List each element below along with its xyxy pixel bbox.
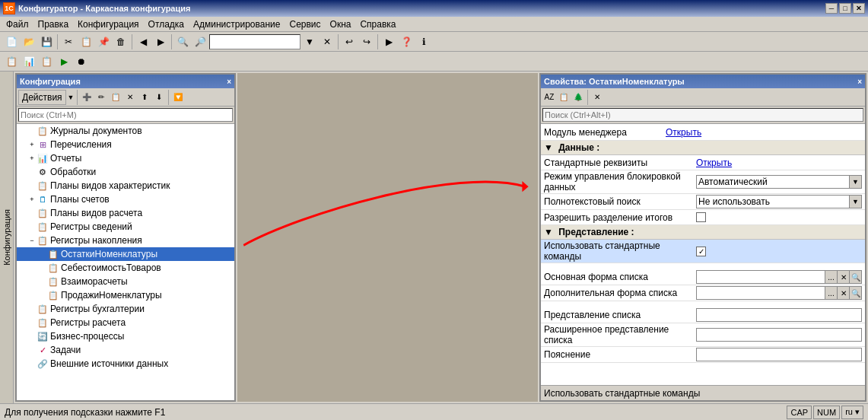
tree-item-planschetov[interactable]: + 🗒 Планы счетов — [17, 192, 234, 206]
tb-save[interactable]: 💾 — [38, 33, 55, 50]
props-search-input[interactable] — [542, 108, 863, 122]
tb-help[interactable]: ❓ — [398, 33, 415, 50]
cp-add[interactable]: ➕ — [80, 91, 94, 104]
tree-item-reports[interactable]: + 📊 Отчеты — [17, 151, 234, 165]
tb2-btn3[interactable]: 📋 — [38, 53, 55, 70]
tree-item-ostatkinom[interactable]: 📋 ОстаткиНоменклатуры — [17, 247, 234, 261]
tb-paste[interactable]: 📌 — [95, 33, 112, 50]
menu-debug[interactable]: Отладка — [144, 18, 189, 31]
config-search-input[interactable] — [18, 108, 233, 122]
tree-item-biznes[interactable]: 🔄 Бизнес-процессы — [17, 329, 234, 343]
close-button[interactable]: ✕ — [853, 3, 865, 14]
module-manager-link[interactable]: Открыть — [666, 127, 701, 138]
minimize-button[interactable]: ─ — [825, 3, 838, 14]
section-rep-arrow[interactable]: ▼ — [544, 227, 553, 237]
btn-main-form-dots[interactable]: ... — [825, 271, 837, 283]
cp-edit[interactable]: ✏ — [94, 91, 108, 104]
tb-info[interactable]: ℹ — [415, 33, 432, 50]
tb-new[interactable]: 📄 — [3, 33, 20, 50]
value-standard-req[interactable]: Открыть — [696, 158, 732, 168]
expand-regnakop[interactable]: − — [27, 236, 37, 245]
cp-delete[interactable]: ✕ — [123, 91, 137, 104]
tree-item-regsved[interactable]: 📋 Регистры сведений — [17, 220, 234, 234]
expand-external[interactable] — [27, 359, 37, 368]
config-panel-close[interactable]: × — [227, 78, 231, 86]
tb2-run[interactable]: ▶ — [56, 53, 72, 70]
btn-main-form-find[interactable]: 🔍 — [849, 271, 861, 283]
tb2-stop[interactable]: ⏺ — [73, 53, 90, 70]
tb-delete[interactable]: 🗑 — [113, 33, 129, 50]
tree-item-vzaim[interactable]: 📋 Взаиморасчеты — [17, 275, 234, 288]
menu-help[interactable]: Справка — [355, 18, 400, 31]
btn-add-form-find[interactable]: 🔍 — [849, 287, 861, 299]
expand-enums[interactable]: + — [27, 140, 37, 149]
expand-processing[interactable] — [27, 167, 37, 177]
tree-item-planvid[interactable]: 📋 Планы видов характеристик — [17, 179, 234, 192]
expand-regsved[interactable] — [27, 222, 37, 231]
sidebar-tab[interactable]: Конфигурация — [0, 72, 14, 403]
tree-item-zadachi[interactable]: ✓ Задачи — [17, 343, 234, 357]
btn-main-form-clear[interactable]: ✕ — [837, 271, 849, 283]
expand-planvidrasch[interactable] — [27, 208, 37, 218]
tree-item-prodazhi[interactable]: 📋 ПродажиНоменклатуры — [17, 288, 234, 302]
tree-item-regbukhg[interactable]: 📋 Регистры бухгалтерии — [17, 302, 234, 316]
expand-sebestoimost[interactable] — [38, 263, 47, 272]
expand-planvid[interactable] — [27, 181, 37, 190]
expand-regrasch[interactable] — [27, 318, 37, 327]
expand-biznes[interactable] — [27, 332, 37, 341]
tree-item-planvidrasch[interactable]: 📋 Планы видов расчета — [17, 206, 234, 220]
menu-file[interactable]: Файл — [2, 18, 33, 31]
cp-down[interactable]: ⬇ — [152, 91, 166, 104]
tree-item-processing[interactable]: ⚙ Обработки — [17, 165, 234, 179]
props-sort-tree[interactable]: 🌲 — [571, 91, 585, 104]
tb2-btn2[interactable]: 📊 — [21, 53, 37, 70]
checkbox-allow-division[interactable] — [696, 212, 706, 222]
tb-forward[interactable]: ▶ — [152, 33, 169, 50]
props-sort-cat[interactable]: 📋 — [557, 91, 571, 104]
tb-redo[interactable]: ↪ — [358, 33, 375, 50]
tree-item-sebestoimost[interactable]: 📋 СебестоимостьТоваров — [17, 261, 234, 275]
btn-add-form-clear[interactable]: ✕ — [837, 287, 849, 299]
expand-zadachi[interactable] — [27, 345, 37, 355]
tb-find[interactable]: 🔍 — [174, 33, 191, 50]
menu-configuration[interactable]: Конфигурация — [73, 18, 144, 31]
expand-reports[interactable]: + — [27, 154, 37, 163]
tb-copy[interactable]: 📋 — [78, 33, 94, 50]
tree-item-journals[interactable]: 📋 Журналы документов — [17, 124, 234, 138]
section-data-arrow[interactable]: ▼ — [544, 142, 553, 153]
tb-open[interactable]: 📂 — [21, 33, 37, 50]
props-close-btn[interactable]: ✕ — [590, 91, 604, 104]
props-sort-az[interactable]: AZ — [542, 91, 556, 104]
tree-item-regnakop[interactable]: − 📋 Регистры накопления — [17, 234, 234, 247]
cp-copy[interactable]: 📋 — [109, 91, 122, 104]
btn-add-form-dots[interactable]: ... — [825, 287, 837, 299]
tree-item-regrasch[interactable]: 📋 Регистры расчета — [17, 316, 234, 329]
tb-run[interactable]: ▶ — [380, 33, 397, 50]
menu-admin[interactable]: Администрирование — [189, 18, 285, 31]
menu-edit[interactable]: Правка — [33, 18, 74, 31]
menu-service[interactable]: Сервис — [285, 18, 325, 31]
expand-planschetov[interactable]: + — [27, 195, 37, 204]
checkbox-std-commands[interactable]: ✓ — [696, 247, 706, 256]
dropdown-fulltext-arrow[interactable]: ▼ — [849, 196, 861, 208]
toolbar-search-input[interactable] — [209, 34, 300, 49]
tb-close-search[interactable]: ✕ — [319, 33, 335, 50]
expand-ostatkinom[interactable] — [38, 250, 47, 259]
actions-arrow[interactable]: ▼ — [68, 94, 75, 101]
dropdown-lock-arrow[interactable]: ▼ — [849, 176, 861, 188]
tb-back[interactable]: ◀ — [135, 33, 151, 50]
tb2-btn1[interactable]: 📋 — [3, 53, 20, 70]
status-lang[interactable]: ru ▾ — [841, 406, 863, 419]
expand-regbukhg[interactable] — [27, 304, 37, 313]
tree-item-external[interactable]: 🔗 Внешние источники данных — [17, 357, 234, 371]
expand-prodazhi[interactable] — [38, 291, 47, 300]
tb-cut[interactable]: ✂ — [60, 33, 77, 50]
actions-label[interactable]: Действия — [18, 90, 66, 105]
props-panel-close[interactable]: × — [857, 78, 862, 86]
maximize-button[interactable]: □ — [839, 3, 851, 14]
tb-find2[interactable]: 🔎 — [192, 33, 208, 50]
cp-filter[interactable]: 🔽 — [171, 91, 185, 104]
expand-journals[interactable] — [27, 126, 37, 135]
tb-dropdown-arrow[interactable]: ▼ — [301, 33, 318, 50]
menu-windows[interactable]: Окна — [326, 18, 356, 31]
